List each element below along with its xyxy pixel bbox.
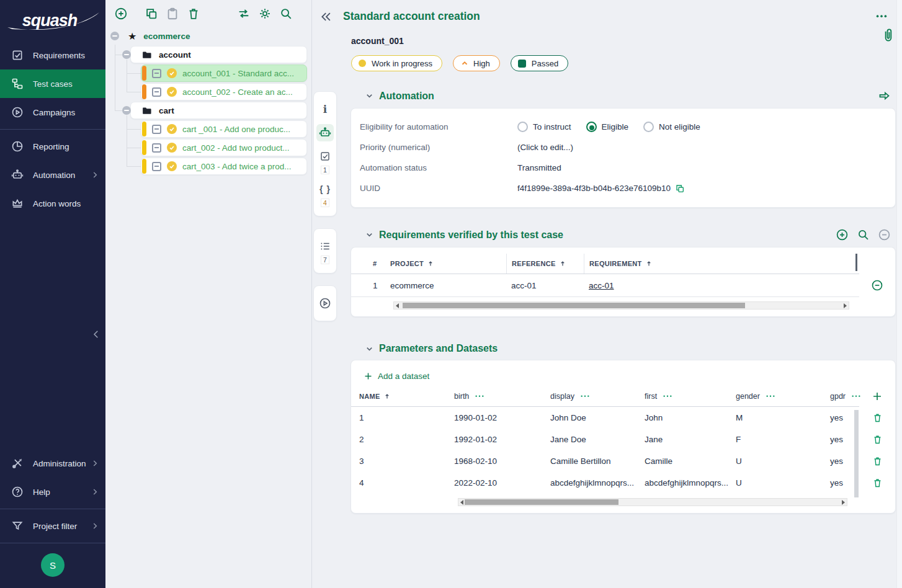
tree-item-account-002[interactable]: account_002 - Create an ac... bbox=[141, 83, 307, 100]
chevron-down-icon[interactable] bbox=[365, 91, 374, 100]
add-requirement-icon[interactable] bbox=[836, 228, 849, 241]
sidebar-item-test-cases[interactable]: Test cases bbox=[0, 69, 105, 98]
column-header-reference[interactable]: REFERENCE bbox=[506, 254, 584, 274]
add-parameter-icon[interactable] bbox=[872, 391, 883, 402]
delete-dataset-icon[interactable] bbox=[872, 434, 883, 445]
help-icon bbox=[11, 486, 24, 498]
vertical-scrollbar-thumb[interactable] bbox=[855, 254, 857, 271]
add-dataset-button[interactable]: Add a dataset bbox=[351, 363, 429, 386]
param-column-gender[interactable]: gender bbox=[736, 386, 830, 406]
sidebar-item-automation[interactable]: Automation bbox=[0, 161, 105, 189]
unbind-row-icon[interactable] bbox=[871, 279, 883, 292]
status-check-icon bbox=[167, 161, 177, 171]
tab-parameters[interactable]: { } 4 bbox=[316, 180, 334, 207]
delete-dataset-icon[interactable] bbox=[872, 478, 883, 489]
collapse-panel-icon[interactable] bbox=[320, 11, 333, 23]
tree-item-account-001[interactable]: account_001 - Standard acc... bbox=[141, 65, 307, 82]
column-header-name[interactable]: NAME bbox=[359, 386, 454, 406]
ds-name: 2 bbox=[359, 429, 454, 450]
sidebar-item-reporting[interactable]: Reporting bbox=[0, 132, 105, 161]
importance-bar bbox=[142, 159, 146, 174]
chevron-down-icon[interactable] bbox=[365, 344, 374, 354]
column-header-num[interactable]: # bbox=[359, 254, 390, 274]
radio-not-eligible[interactable]: Not eligible bbox=[643, 122, 700, 132]
unbind-requirement-icon[interactable] bbox=[878, 228, 891, 241]
requirement-link[interactable]: acc-01 bbox=[589, 281, 614, 290]
ds-name: 1 bbox=[359, 407, 454, 429]
more-options-icon[interactable] bbox=[875, 11, 888, 23]
column-header-project[interactable]: PROJECT bbox=[390, 254, 506, 274]
list-icon bbox=[316, 238, 334, 255]
paste-icon[interactable] bbox=[166, 7, 179, 20]
new-item-icon[interactable] bbox=[114, 7, 128, 20]
copy-uuid-icon[interactable] bbox=[675, 184, 685, 194]
avatar[interactable]: S bbox=[41, 553, 65, 577]
param-column-first[interactable]: first bbox=[645, 386, 736, 406]
sidebar-item-action-words[interactable]: Action words bbox=[0, 189, 105, 218]
horizontal-scrollbar[interactable] bbox=[393, 301, 849, 310]
param-column-birth[interactable]: birth bbox=[454, 386, 550, 406]
param-menu-icon[interactable] bbox=[580, 394, 590, 398]
page-scrollbar[interactable] bbox=[896, 0, 902, 588]
horizontal-scrollbar[interactable] bbox=[458, 498, 847, 506]
import-export-icon[interactable] bbox=[237, 7, 251, 20]
priority-value[interactable]: (Click to edit...) bbox=[517, 143, 573, 152]
tab-list[interactable]: 7 bbox=[316, 238, 334, 264]
settings-gear-icon[interactable] bbox=[258, 7, 272, 20]
tab-automation[interactable] bbox=[316, 124, 334, 141]
field-label: Eligibility for automation bbox=[360, 122, 517, 131]
chevron-down-icon[interactable] bbox=[365, 230, 374, 239]
radio-eligible[interactable]: Eligible bbox=[586, 122, 629, 132]
scroll-left-arrow[interactable] bbox=[396, 303, 399, 308]
search-icon[interactable] bbox=[279, 7, 293, 20]
block-indicator-icon bbox=[152, 87, 161, 97]
scroll-left-arrow[interactable] bbox=[460, 500, 463, 505]
sidebar-item-project-filter[interactable]: Project filter bbox=[0, 512, 105, 540]
tree-item-cart-003[interactable]: cart_003 - Add twice a prod... bbox=[141, 158, 307, 175]
ds-display: Camille Bertillon bbox=[550, 450, 645, 472]
sidebar-item-requirements[interactable]: Requirements bbox=[0, 41, 105, 69]
copy-icon[interactable] bbox=[145, 7, 158, 20]
tab-steps[interactable]: 1 bbox=[316, 148, 334, 174]
param-column-display[interactable]: display bbox=[550, 386, 645, 406]
sidebar: squash Requirements Test cases Campaigns… bbox=[0, 0, 105, 588]
attachments-paperclip-icon[interactable] bbox=[881, 27, 895, 43]
delete-dataset-icon[interactable] bbox=[872, 412, 883, 424]
test-case-label: cart _001 - Add one produc... bbox=[182, 125, 290, 134]
delete-icon[interactable] bbox=[187, 7, 200, 20]
sidebar-item-campaigns[interactable]: Campaigns bbox=[0, 98, 105, 127]
param-column-gpdr[interactable]: gpdr bbox=[830, 386, 859, 406]
collapse-node-icon[interactable] bbox=[122, 106, 131, 115]
scroll-right-arrow[interactable] bbox=[842, 500, 845, 505]
delete-dataset-icon[interactable] bbox=[872, 456, 883, 467]
collapse-sidebar-icon[interactable] bbox=[91, 329, 102, 342]
param-menu-icon[interactable] bbox=[663, 394, 672, 398]
sort-asc-icon bbox=[559, 260, 566, 267]
radio-to-instruct[interactable]: To instruct bbox=[517, 122, 571, 132]
importance-chip-high[interactable]: High bbox=[453, 55, 500, 71]
tree-project-row[interactable]: ★ ecommerce bbox=[105, 27, 311, 45]
param-menu-icon[interactable] bbox=[475, 394, 484, 398]
search-requirements-icon[interactable] bbox=[857, 228, 870, 241]
tab-executions[interactable] bbox=[316, 295, 334, 312]
tab-information[interactable]: i bbox=[316, 100, 334, 118]
go-to-automation-arrow-icon[interactable] bbox=[878, 89, 891, 102]
sidebar-item-label: Automation bbox=[33, 171, 75, 180]
column-header-requirement[interactable]: REQUIREMENT bbox=[584, 254, 859, 274]
status-chip-work-in-progress[interactable]: Work in progress bbox=[351, 55, 442, 71]
scroll-right-arrow[interactable] bbox=[844, 303, 847, 308]
scrollbar-thumb[interactable] bbox=[465, 499, 618, 505]
tree-item-cart-001[interactable]: cart _001 - Add one produc... bbox=[141, 120, 307, 138]
tree-item-cart-002[interactable]: cart_002 - Add two product... bbox=[141, 139, 307, 156]
param-menu-icon[interactable] bbox=[766, 394, 775, 398]
tree-folder-account[interactable]: account bbox=[130, 46, 307, 63]
execution-status-chip-passed[interactable]: Passed bbox=[511, 55, 568, 71]
sidebar-item-administration[interactable]: Administration bbox=[0, 449, 105, 478]
scrollbar-thumb[interactable] bbox=[403, 303, 745, 308]
collapse-node-icon[interactable] bbox=[122, 50, 131, 59]
vertical-scrollbar-thumb[interactable] bbox=[854, 410, 859, 497]
tree-folder-cart[interactable]: cart bbox=[130, 102, 307, 119]
squash-logo[interactable]: squash bbox=[0, 0, 105, 41]
collapse-node-icon[interactable] bbox=[110, 32, 119, 40]
sidebar-item-help[interactable]: Help bbox=[0, 478, 105, 506]
